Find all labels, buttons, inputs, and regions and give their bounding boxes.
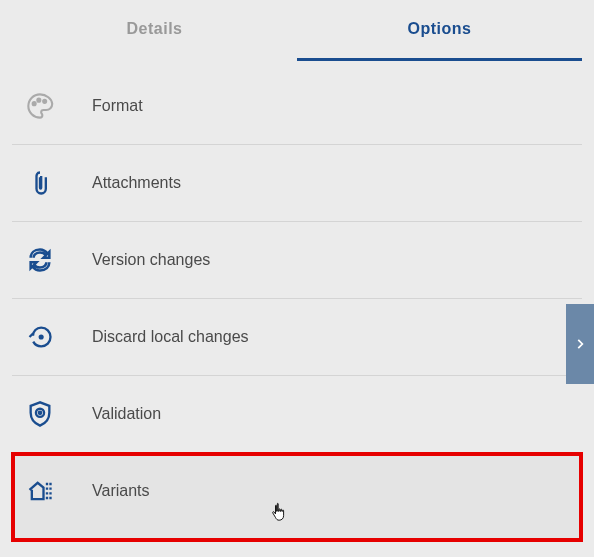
svg-point-5	[39, 412, 41, 414]
list-item-validation[interactable]: Validation	[12, 376, 582, 453]
item-label: Attachments	[92, 174, 181, 192]
svg-point-2	[43, 100, 46, 103]
item-label: Validation	[92, 405, 161, 423]
tab-details[interactable]: Details	[12, 0, 297, 61]
chevron-right-icon	[573, 337, 587, 351]
palette-icon	[26, 92, 54, 120]
list-item-variants[interactable]: Variants	[12, 453, 582, 541]
svg-point-0	[33, 102, 36, 105]
shield-check-icon	[26, 400, 54, 428]
tab-bar: Details Options	[0, 0, 594, 62]
item-label: Variants	[92, 482, 150, 500]
svg-point-3	[39, 334, 44, 339]
item-label: Format	[92, 97, 143, 115]
restore-icon	[26, 323, 54, 351]
next-arrow-button[interactable]	[566, 304, 594, 384]
list-item-version-changes[interactable]: Version changes	[12, 222, 582, 299]
options-panel: Details Options Format Attachments	[0, 0, 594, 541]
item-label: Discard local changes	[92, 328, 249, 346]
home-variants-icon	[26, 477, 54, 505]
svg-point-1	[37, 99, 40, 102]
tab-options[interactable]: Options	[297, 0, 582, 61]
sync-icon	[26, 246, 54, 274]
list-item-discard-local-changes[interactable]: Discard local changes	[12, 299, 582, 376]
paperclip-icon	[26, 169, 54, 197]
list-item-attachments[interactable]: Attachments	[12, 145, 582, 222]
options-list: Format Attachments Version changes	[0, 62, 594, 541]
item-label: Version changes	[92, 251, 210, 269]
list-item-format[interactable]: Format	[12, 62, 582, 145]
